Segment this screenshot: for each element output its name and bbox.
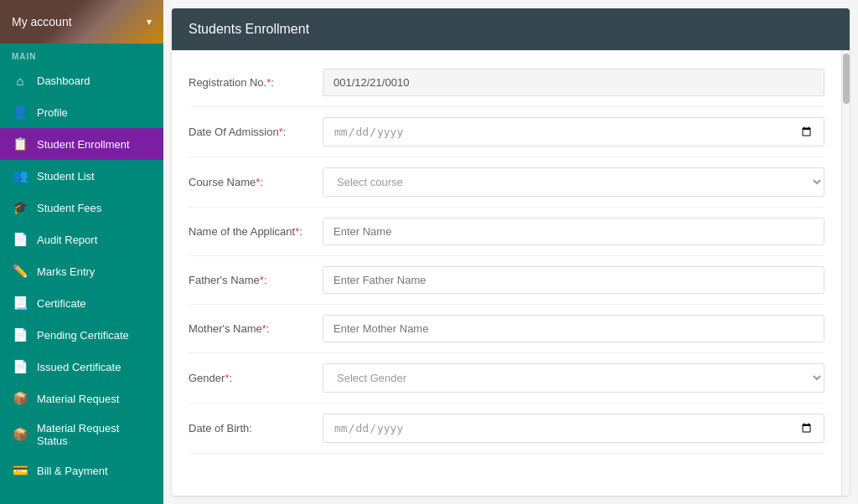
form-input-applicant-name[interactable]: [323, 218, 824, 245]
sidebar-item-label-issued-certificate: Issued Certificate: [37, 361, 121, 373]
sidebar-item-student-fees[interactable]: 🎓Student Fees: [0, 192, 163, 224]
sidebar-item-student-enrollment[interactable]: 📋Student Enrollment: [0, 128, 163, 160]
marks-entry-icon: ✏️: [12, 263, 28, 280]
sidebar-item-label-certificate: Certificate: [37, 297, 86, 310]
sidebar-item-label-material-request-status: Material Request Status: [37, 422, 152, 447]
material-request-status-icon: 📦: [12, 426, 28, 443]
form-select-gender[interactable]: Select GenderMaleFemaleOther: [323, 363, 824, 393]
audit-report-icon: 📄: [12, 231, 28, 248]
pending-certificate-icon: 📄: [12, 327, 28, 343]
scrollbar-track[interactable]: [841, 50, 850, 496]
form-input-registration-no[interactable]: [323, 69, 824, 96]
main-content: Students Enrollment Registration No.*:Da…: [163, 0, 858, 504]
material-request-icon: 📦: [12, 390, 28, 407]
dashboard-icon: ⌂: [12, 72, 28, 89]
sidebar-item-marks-entry[interactable]: ✏️Marks Entry: [0, 255, 163, 287]
form-control-wrapper-applicant-name: [323, 218, 824, 245]
chevron-down-icon: ▾: [147, 16, 152, 28]
form-control-wrapper-mother-name: [323, 315, 824, 342]
form-select-course-name[interactable]: Select course: [323, 167, 824, 197]
sidebar-item-label-profile: Profile: [37, 106, 68, 119]
form-label-date-of-birth: Date of Birth:: [189, 422, 323, 435]
sidebar-item-label-dashboard: Dashboard: [37, 75, 90, 87]
form-row-registration-no: Registration No.*:: [189, 59, 824, 107]
sidebar-item-label-student-fees: Student Fees: [37, 202, 101, 214]
account-label: My account: [12, 15, 72, 28]
sidebar-item-audit-report[interactable]: 📄Audit Report: [0, 224, 163, 255]
student-list-icon: 👥: [12, 167, 28, 184]
form-row-mother-name: Mother's Name*:: [189, 305, 824, 353]
form-row-gender: Gender*:Select GenderMaleFemaleOther: [189, 353, 824, 404]
form-label-course-name: Course Name*:: [189, 176, 323, 188]
form-label-date-of-admission: Date Of Admission*:: [189, 126, 323, 138]
form-control-wrapper-father-name: [323, 266, 824, 294]
form-input-mother-name[interactable]: [323, 315, 824, 342]
form-row-father-name: Father's Name*:: [189, 256, 824, 305]
form-control-wrapper-registration-no: [323, 69, 824, 96]
sidebar-item-pending-certificate[interactable]: 📄Pending Certificate: [0, 319, 163, 351]
sidebar-item-material-request[interactable]: 📦Material Request: [0, 383, 163, 414]
form-control-wrapper-date-of-birth: [323, 414, 824, 443]
sidebar: My account ▾ MAIN ⌂Dashboard👤Profile📋Stu…: [0, 0, 163, 504]
student-enrollment-icon: 📋: [12, 136, 28, 152]
form-row-applicant-name: Name of the Applicant*:: [189, 208, 824, 256]
form-card: Students Enrollment Registration No.*:Da…: [172, 8, 850, 496]
form-control-wrapper-date-of-admission: [323, 117, 824, 147]
form-card-header: Students Enrollment: [172, 8, 850, 50]
form-row-date-of-admission: Date Of Admission*:: [189, 107, 824, 157]
form-control-wrapper-gender: Select GenderMaleFemaleOther: [323, 363, 824, 393]
sidebar-section-main: MAIN: [0, 44, 163, 64]
sidebar-item-material-request-status[interactable]: 📦Material Request Status: [0, 414, 163, 455]
sidebar-item-label-material-request: Material Request: [37, 393, 119, 405]
student-fees-icon: 🎓: [12, 199, 28, 216]
sidebar-item-label-marks-entry: Marks Entry: [37, 265, 95, 278]
scrollbar-thumb[interactable]: [843, 54, 850, 104]
sidebar-item-bill-payment[interactable]: 💳Bill & Payment: [0, 455, 163, 486]
form-label-gender: Gender*:: [189, 372, 323, 384]
sidebar-item-label-bill-payment: Bill & Payment: [37, 465, 108, 477]
sidebar-header[interactable]: My account ▾: [0, 0, 163, 44]
sidebar-item-label-student-list: Student List: [37, 170, 95, 183]
form-row-date-of-birth: Date of Birth:: [189, 404, 824, 454]
sidebar-item-dashboard[interactable]: ⌂Dashboard: [0, 64, 163, 96]
form-label-registration-no: Registration No.*:: [189, 76, 323, 89]
sidebar-item-issued-certificate[interactable]: 📄Issued Certificate: [0, 351, 163, 383]
profile-icon: 👤: [12, 104, 28, 121]
form-date-date-of-admission[interactable]: [323, 117, 824, 147]
sidebar-item-certificate[interactable]: 📃Certificate: [0, 287, 163, 319]
certificate-icon: 📃: [12, 295, 28, 311]
sidebar-item-label-student-enrollment: Student Enrollment: [37, 138, 130, 151]
form-label-mother-name: Mother's Name*:: [189, 322, 323, 335]
sidebar-item-label-audit-report: Audit Report: [37, 234, 97, 246]
form-date-date-of-birth[interactable]: [323, 414, 824, 443]
form-input-father-name[interactable]: [323, 266, 824, 294]
form-label-applicant-name: Name of the Applicant*:: [189, 225, 323, 238]
sidebar-nav: ⌂Dashboard👤Profile📋Student Enrollment👥St…: [0, 64, 163, 486]
sidebar-item-student-list[interactable]: 👥Student List: [0, 160, 163, 192]
form-title: Students Enrollment: [189, 22, 309, 36]
form-row-course-name: Course Name*:Select course: [189, 157, 824, 208]
issued-certificate-icon: 📄: [12, 358, 28, 375]
form-control-wrapper-course-name: Select course: [323, 167, 824, 197]
bill-payment-icon: 💳: [12, 462, 28, 479]
sidebar-item-label-pending-certificate: Pending Certificate: [37, 329, 129, 342]
form-label-father-name: Father's Name*:: [189, 274, 323, 286]
form-body: Registration No.*:Date Of Admission*:Cou…: [172, 50, 841, 496]
sidebar-item-profile[interactable]: 👤Profile: [0, 96, 163, 128]
